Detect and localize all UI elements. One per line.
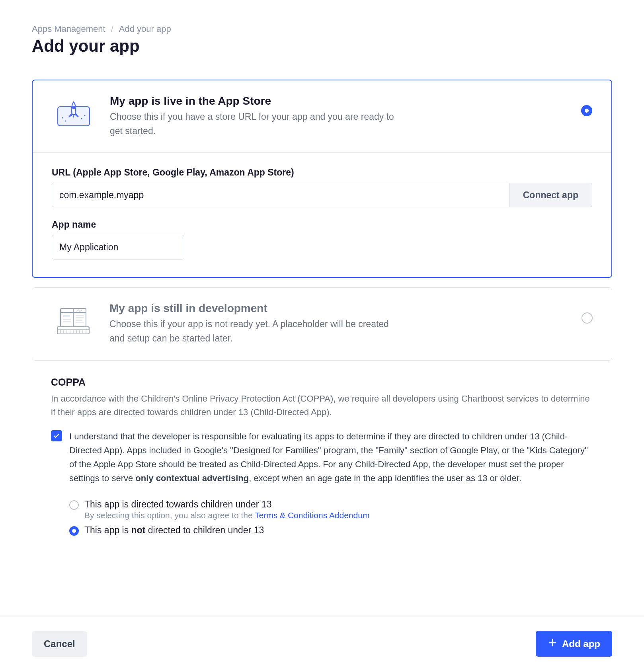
svg-rect-9: [63, 315, 70, 317]
svg-rect-10: [63, 319, 71, 320]
connect-app-button[interactable]: Connect app: [509, 183, 592, 207]
coppa-title: COPPA: [51, 376, 593, 388]
url-label: URL (Apple App Store, Google Play, Amazo…: [52, 167, 592, 178]
coppa-section: COPPA In accordance with the Children's …: [32, 376, 612, 536]
coppa-radio-under13[interactable]: [69, 500, 79, 510]
coppa-radio-under13-sub: By selecting this option, you also agree…: [84, 511, 369, 520]
url-input[interactable]: [52, 183, 509, 207]
option-live-radio[interactable]: [581, 105, 592, 116]
breadcrumb-separator: /: [111, 24, 113, 34]
breadcrumb-current: Add your app: [119, 24, 171, 34]
add-app-button[interactable]: Add app: [536, 631, 612, 657]
option-app-dev[interactable]: </> My app is still in development Choos…: [32, 287, 612, 360]
rocket-icon: [52, 95, 96, 130]
footer-bar: Cancel Add app: [0, 616, 644, 671]
appname-label: App name: [52, 219, 592, 230]
coppa-radio-not-label: This app is not directed to children und…: [84, 525, 264, 536]
breadcrumb: Apps Management / Add your app: [32, 24, 612, 34]
coppa-radio-not[interactable]: [69, 526, 79, 536]
laptop-icon: </>: [51, 302, 95, 337]
option-dev-title: My app is still in development: [109, 302, 567, 315]
option-live-title: My app is live in the App Store: [110, 95, 567, 107]
svg-rect-13: [76, 315, 84, 316]
check-icon: [53, 432, 60, 439]
coppa-ack-text: I understand that the developer is respo…: [69, 429, 593, 486]
svg-rect-11: [63, 321, 71, 322]
svg-point-3: [65, 121, 66, 122]
svg-text:</>: </>: [77, 309, 82, 312]
option-dev-radio[interactable]: [582, 312, 593, 324]
svg-rect-14: [76, 317, 84, 318]
coppa-intro: In accordance with the Children's Online…: [51, 392, 593, 419]
coppa-ack-checkbox[interactable]: [51, 430, 62, 441]
svg-point-4: [81, 118, 82, 119]
add-app-label: Add app: [562, 638, 600, 650]
appname-input[interactable]: [52, 235, 184, 259]
option-app-live[interactable]: My app is live in the App Store Choose t…: [32, 80, 612, 278]
svg-point-2: [62, 117, 63, 119]
option-live-desc: Choose this if you have a store URL for …: [110, 110, 396, 138]
coppa-radio-under13-label: This app is directed towards children un…: [84, 499, 369, 510]
breadcrumb-parent[interactable]: Apps Management: [32, 24, 105, 34]
svg-rect-15: [76, 320, 82, 321]
svg-point-1: [72, 106, 75, 109]
plus-icon: [548, 638, 557, 650]
page-title: Add your app: [32, 37, 612, 56]
cancel-button[interactable]: Cancel: [32, 631, 87, 657]
svg-point-5: [84, 115, 86, 116]
svg-rect-16: [76, 322, 84, 323]
option-dev-desc: Choose this if your app is not ready yet…: [109, 317, 396, 345]
terms-addendum-link[interactable]: Terms & Conditions Addendum: [255, 511, 369, 520]
